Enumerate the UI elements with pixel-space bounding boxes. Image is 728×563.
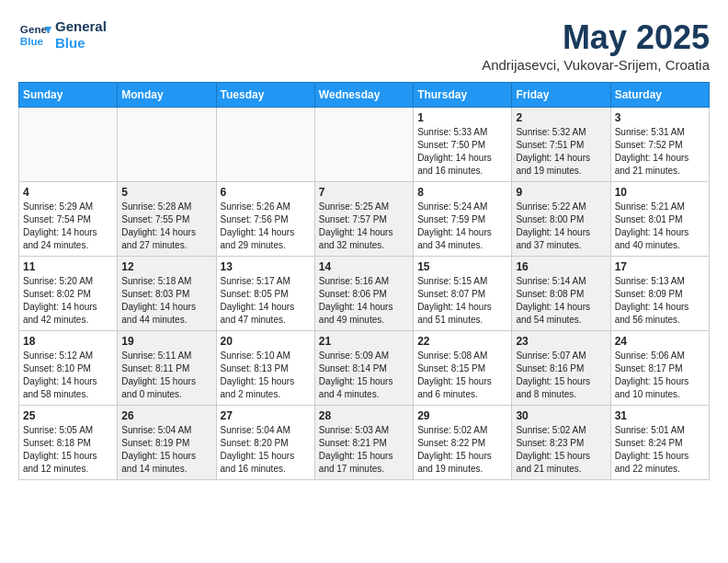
calendar-cell: 21Sunrise: 5:09 AM Sunset: 8:14 PM Dayli… — [314, 331, 413, 406]
cell-info: Sunrise: 5:02 AM Sunset: 8:22 PM Dayligh… — [417, 424, 507, 476]
cell-info: Sunrise: 5:09 AM Sunset: 8:14 PM Dayligh… — [319, 350, 409, 401]
day-number: 7 — [319, 186, 409, 199]
cell-info: Sunrise: 5:24 AM Sunset: 7:59 PM Dayligh… — [417, 201, 507, 252]
cell-info: Sunrise: 5:12 AM Sunset: 8:10 PM Dayligh… — [23, 350, 113, 401]
title-block: May 2025 Andrijasevci, Vukovar-Srijem, C… — [482, 18, 710, 73]
weekday-header: Sunday — [19, 83, 118, 108]
cell-info: Sunrise: 5:25 AM Sunset: 7:57 PM Dayligh… — [319, 201, 409, 252]
cell-info: Sunrise: 5:16 AM Sunset: 8:06 PM Dayligh… — [319, 275, 409, 327]
day-number: 21 — [319, 335, 409, 348]
calendar-cell: 19Sunrise: 5:11 AM Sunset: 8:11 PM Dayli… — [118, 331, 216, 406]
cell-info: Sunrise: 5:03 AM Sunset: 8:21 PM Dayligh… — [319, 424, 409, 476]
cell-info: Sunrise: 5:28 AM Sunset: 7:55 PM Dayligh… — [121, 201, 211, 252]
cell-info: Sunrise: 5:07 AM Sunset: 8:16 PM Dayligh… — [516, 350, 606, 401]
weekday-header: Tuesday — [216, 83, 314, 108]
calendar-cell — [19, 108, 118, 182]
calendar-cell: 22Sunrise: 5:08 AM Sunset: 8:15 PM Dayli… — [414, 331, 512, 406]
weekday-header-row: SundayMondayTuesdayWednesdayThursdayFrid… — [19, 83, 710, 108]
calendar-cell: 3Sunrise: 5:31 AM Sunset: 7:52 PM Daylig… — [610, 108, 709, 182]
cell-info: Sunrise: 5:01 AM Sunset: 8:24 PM Dayligh… — [615, 424, 705, 476]
cell-info: Sunrise: 5:06 AM Sunset: 8:17 PM Dayligh… — [615, 350, 705, 401]
day-number: 20 — [221, 335, 311, 348]
location: Andrijasevci, Vukovar-Srijem, Croatia — [482, 57, 710, 73]
calendar-cell: 16Sunrise: 5:14 AM Sunset: 8:08 PM Dayli… — [512, 257, 610, 331]
calendar-row: 25Sunrise: 5:05 AM Sunset: 8:18 PM Dayli… — [19, 406, 710, 480]
calendar-cell: 27Sunrise: 5:04 AM Sunset: 8:20 PM Dayli… — [216, 406, 314, 480]
day-number: 4 — [23, 186, 113, 199]
day-number: 23 — [516, 335, 606, 348]
cell-info: Sunrise: 5:04 AM Sunset: 8:19 PM Dayligh… — [121, 424, 211, 476]
calendar-cell: 14Sunrise: 5:16 AM Sunset: 8:06 PM Dayli… — [314, 257, 413, 331]
day-number: 11 — [23, 260, 113, 273]
calendar-table: SundayMondayTuesdayWednesdayThursdayFrid… — [18, 82, 710, 480]
calendar-cell: 8Sunrise: 5:24 AM Sunset: 7:59 PM Daylig… — [414, 182, 512, 257]
calendar-cell: 31Sunrise: 5:01 AM Sunset: 8:24 PM Dayli… — [610, 406, 709, 480]
day-number: 16 — [516, 260, 606, 273]
day-number: 9 — [516, 186, 606, 199]
weekday-header: Wednesday — [314, 83, 413, 108]
day-number: 27 — [221, 409, 311, 422]
svg-text:Blue: Blue — [20, 35, 44, 47]
calendar-cell: 30Sunrise: 5:02 AM Sunset: 8:23 PM Dayli… — [512, 406, 610, 480]
calendar-cell: 26Sunrise: 5:04 AM Sunset: 8:19 PM Dayli… — [118, 406, 216, 480]
day-number: 25 — [23, 409, 113, 422]
day-number: 8 — [417, 186, 507, 199]
day-number: 6 — [221, 186, 311, 199]
calendar-cell: 13Sunrise: 5:17 AM Sunset: 8:05 PM Dayli… — [216, 257, 314, 331]
day-number: 5 — [121, 186, 211, 199]
weekday-header: Friday — [512, 83, 610, 108]
calendar-cell: 4Sunrise: 5:29 AM Sunset: 7:54 PM Daylig… — [19, 182, 118, 257]
calendar-cell: 7Sunrise: 5:25 AM Sunset: 7:57 PM Daylig… — [314, 182, 413, 257]
cell-info: Sunrise: 5:31 AM Sunset: 7:52 PM Dayligh… — [615, 126, 705, 178]
cell-info: Sunrise: 5:20 AM Sunset: 8:02 PM Dayligh… — [23, 275, 113, 327]
calendar-cell: 2Sunrise: 5:32 AM Sunset: 7:51 PM Daylig… — [512, 108, 610, 182]
cell-info: Sunrise: 5:29 AM Sunset: 7:54 PM Dayligh… — [23, 201, 113, 252]
day-number: 17 — [615, 260, 705, 273]
day-number: 13 — [221, 260, 311, 273]
cell-info: Sunrise: 5:15 AM Sunset: 8:07 PM Dayligh… — [417, 275, 507, 327]
day-number: 22 — [417, 335, 507, 348]
logo-text: General Blue — [55, 18, 107, 52]
calendar-cell — [118, 108, 216, 182]
calendar-row: 18Sunrise: 5:12 AM Sunset: 8:10 PM Dayli… — [19, 331, 710, 406]
day-number: 28 — [319, 409, 409, 422]
weekday-header: Saturday — [610, 83, 709, 108]
day-number: 18 — [23, 335, 113, 348]
cell-info: Sunrise: 5:26 AM Sunset: 7:56 PM Dayligh… — [221, 201, 311, 252]
day-number: 30 — [516, 409, 606, 422]
calendar-cell: 25Sunrise: 5:05 AM Sunset: 8:18 PM Dayli… — [19, 406, 118, 480]
calendar-cell: 15Sunrise: 5:15 AM Sunset: 8:07 PM Dayli… — [414, 257, 512, 331]
calendar-cell: 6Sunrise: 5:26 AM Sunset: 7:56 PM Daylig… — [216, 182, 314, 257]
calendar-cell: 29Sunrise: 5:02 AM Sunset: 8:22 PM Dayli… — [414, 406, 512, 480]
weekday-header: Monday — [118, 83, 216, 108]
calendar-cell: 5Sunrise: 5:28 AM Sunset: 7:55 PM Daylig… — [118, 182, 216, 257]
day-number: 15 — [417, 260, 507, 273]
day-number: 3 — [615, 111, 705, 124]
day-number: 2 — [516, 111, 606, 124]
day-number: 1 — [417, 111, 507, 124]
calendar-cell: 20Sunrise: 5:10 AM Sunset: 8:13 PM Dayli… — [216, 331, 314, 406]
day-number: 31 — [615, 409, 705, 422]
cell-info: Sunrise: 5:11 AM Sunset: 8:11 PM Dayligh… — [121, 350, 211, 401]
calendar-cell: 12Sunrise: 5:18 AM Sunset: 8:03 PM Dayli… — [118, 257, 216, 331]
logo: General Blue General Blue — [18, 18, 107, 52]
page-header: General Blue General Blue May 2025 Andri… — [18, 18, 710, 73]
cell-info: Sunrise: 5:14 AM Sunset: 8:08 PM Dayligh… — [516, 275, 606, 327]
cell-info: Sunrise: 5:10 AM Sunset: 8:13 PM Dayligh… — [221, 350, 311, 401]
cell-info: Sunrise: 5:05 AM Sunset: 8:18 PM Dayligh… — [23, 424, 113, 476]
month-title: May 2025 — [482, 18, 710, 57]
cell-info: Sunrise: 5:17 AM Sunset: 8:05 PM Dayligh… — [221, 275, 311, 327]
cell-info: Sunrise: 5:02 AM Sunset: 8:23 PM Dayligh… — [516, 424, 606, 476]
calendar-cell: 28Sunrise: 5:03 AM Sunset: 8:21 PM Dayli… — [314, 406, 413, 480]
cell-info: Sunrise: 5:22 AM Sunset: 8:00 PM Dayligh… — [516, 201, 606, 252]
cell-info: Sunrise: 5:04 AM Sunset: 8:20 PM Dayligh… — [221, 424, 311, 476]
calendar-row: 11Sunrise: 5:20 AM Sunset: 8:02 PM Dayli… — [19, 257, 710, 331]
cell-info: Sunrise: 5:08 AM Sunset: 8:15 PM Dayligh… — [417, 350, 507, 401]
calendar-cell: 9Sunrise: 5:22 AM Sunset: 8:00 PM Daylig… — [512, 182, 610, 257]
weekday-header: Thursday — [414, 83, 512, 108]
cell-info: Sunrise: 5:18 AM Sunset: 8:03 PM Dayligh… — [121, 275, 211, 327]
day-number: 29 — [417, 409, 507, 422]
calendar-row: 4Sunrise: 5:29 AM Sunset: 7:54 PM Daylig… — [19, 182, 710, 257]
day-number: 12 — [121, 260, 211, 273]
day-number: 24 — [615, 335, 705, 348]
